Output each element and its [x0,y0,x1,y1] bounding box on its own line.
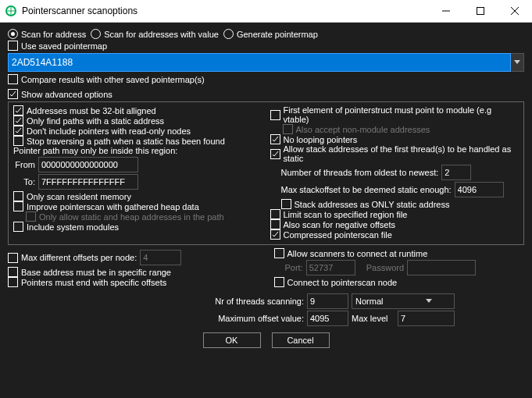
svg-line-6 [511,7,519,15]
check-max-diff-label: Max different offsets per node: [21,253,137,262]
ok-button[interactable]: OK [203,332,261,348]
check-use-saved-map-label: Use saved pointermap [21,41,107,51]
from-label: From [13,160,35,169]
check-accept-nonmod-label: Also accept non-module addresses [296,125,430,134]
content: Scan for address Scan for addresses with… [0,23,532,356]
to-label: To: [13,177,35,187]
max-offset-label: Maximum offset value: [77,314,304,323]
check-limit-region[interactable]: Limit scan to specified region file [270,209,520,219]
check-allow-stack[interactable]: Allow stack addresses of the first threa… [270,144,520,163]
region-label: Pointer path may only be inside this reg… [13,146,262,155]
svg-point-0 [6,6,16,16]
check-no-loop-label: No looping pointers [284,135,358,144]
check-max-diff[interactable]: Max different offsets per node: [8,253,137,263]
svg-marker-8 [426,299,432,303]
close-button[interactable] [498,0,532,22]
check-show-advanced-label: Show advanced options [21,90,112,99]
priority-select[interactable]: Normal [352,293,455,309]
max-level-label: Max level [352,314,395,323]
check-neg-offsets-label: Also scan for negative offsets [284,220,396,229]
check-resident-label: Only scan resident memory [27,192,131,201]
radio-scan-value[interactable]: Scan for addresses with value [91,29,219,39]
chevron-down-icon [403,299,454,304]
check-compare-results-label: Compare results with other saved pointer… [21,75,205,84]
check-first-struct[interactable]: First element of pointerstruct must poin… [270,105,520,124]
threads-count-input[interactable] [441,165,471,180]
cancel-button[interactable]: Cancel [272,332,330,348]
check-stack-only-label: Stack addresses as ONLY static address [295,200,450,209]
titlebar: Pointerscanner scanoptions [0,0,532,23]
radio-scan-address-label: Scan for address [21,30,86,39]
to-input[interactable] [38,174,138,190]
check-no-readonly[interactable]: Don't include pointers with read-only no… [13,126,262,136]
stackoffset-input[interactable] [455,182,504,197]
check-improve-heap-label: Improve pointerscan with gathered heap d… [27,202,199,211]
max-offset-input[interactable] [307,311,348,326]
minimize-button[interactable] [429,0,463,22]
window-title: Pointerscanner scanoptions [22,5,429,16]
from-input[interactable] [38,157,138,172]
check-show-advanced[interactable]: Show advanced options [8,89,524,99]
check-connect-node[interactable]: Connect to pointerscan node [274,277,525,287]
check-first-struct-label: First element of pointerstruct must poin… [284,105,520,124]
threads-count-label: Number of threads from oldest to newest: [281,168,439,177]
check-include-sys[interactable]: Include system modules [13,222,262,232]
check-allow-runtime-label: Allow scanners to connect at runtime [287,249,428,258]
check-stop-static-label: Stop traversing a path when a static has… [27,137,225,146]
svg-line-5 [511,7,519,15]
radio-scan-value-label: Scan for addresses with value [104,30,219,39]
check-allow-stack-label: Allow stack addresses of the first threa… [284,144,520,163]
check-limit-region-label: Limit scan to specified region file [284,210,408,219]
check-allow-runtime[interactable]: Allow scanners to connect at runtime [274,248,525,258]
port-label: Port: [285,263,303,272]
check-no-readonly-label: Don't include pointers with read-only no… [27,126,191,136]
advanced-options-box: Addresses must be 32-bit alligned Only f… [8,101,524,245]
check-improve-heap[interactable]: Improve pointerscan with gathered heap d… [13,201,262,211]
radio-generate-map[interactable]: Generate pointermap [223,29,318,39]
check-align32[interactable]: Addresses must be 32-bit alligned [13,105,262,115]
check-base-range[interactable]: Base address must be in specific range [8,267,259,277]
check-end-offsets-label: Pointers must end with specific offsets [21,278,166,287]
port-input [306,260,355,275]
check-compare-results[interactable]: Compare results with other saved pointer… [8,74,524,84]
priority-value: Normal [352,297,403,306]
svg-marker-7 [514,60,520,64]
check-static-path-label: Only find paths with a static address [27,116,164,126]
max-diff-input [140,250,181,265]
check-stack-only[interactable]: Stack addresses as ONLY static address [281,199,520,209]
check-align32-label: Addresses must be 32-bit alligned [27,106,156,115]
check-stop-static[interactable]: Stop traversing a path when a static has… [13,136,262,146]
radio-scan-address[interactable]: Scan for address [8,29,86,39]
scan-threads-input[interactable] [307,293,348,309]
scan-threads-label: Nr of threads scanning: [77,297,304,306]
app-icon [5,5,17,17]
svg-rect-4 [477,8,484,15]
password-label: Password [366,263,404,272]
password-input [407,260,476,275]
check-static-path[interactable]: Only find paths with a static address [13,115,262,126]
check-only-static-heap: Only allow static and heap addresses in … [26,211,262,222]
check-resident[interactable]: Only scan resident memory [13,191,262,201]
check-neg-offsets[interactable]: Also scan for negative offsets [270,219,520,229]
max-level-input[interactable] [398,311,455,326]
check-compressed[interactable]: Compressed pointerscan file [270,229,520,240]
check-compressed-label: Compressed pointerscan file [284,230,392,240]
maximize-button[interactable] [463,0,498,22]
window: Pointerscanner scanoptions Scan for addr… [0,0,532,398]
stackoffset-label: Max stackoffset to be deemed static enou… [281,185,452,194]
address-input[interactable] [8,53,511,72]
check-end-offsets[interactable]: Pointers must end with specific offsets [8,277,259,287]
check-no-loop[interactable]: No looping pointers [270,134,520,144]
check-use-saved-map[interactable]: Use saved pointermap [8,41,524,51]
check-base-range-label: Base address must be in specific range [21,268,171,277]
check-accept-nonmod: Also accept non-module addresses [283,124,520,134]
check-only-static-heap-label: Only allow static and heap addresses in … [39,212,224,222]
check-connect-node-label: Connect to pointerscan node [287,278,398,287]
address-dropdown-button[interactable] [511,53,524,72]
check-include-sys-label: Include system modules [27,222,119,232]
radio-generate-map-label: Generate pointermap [237,30,318,39]
